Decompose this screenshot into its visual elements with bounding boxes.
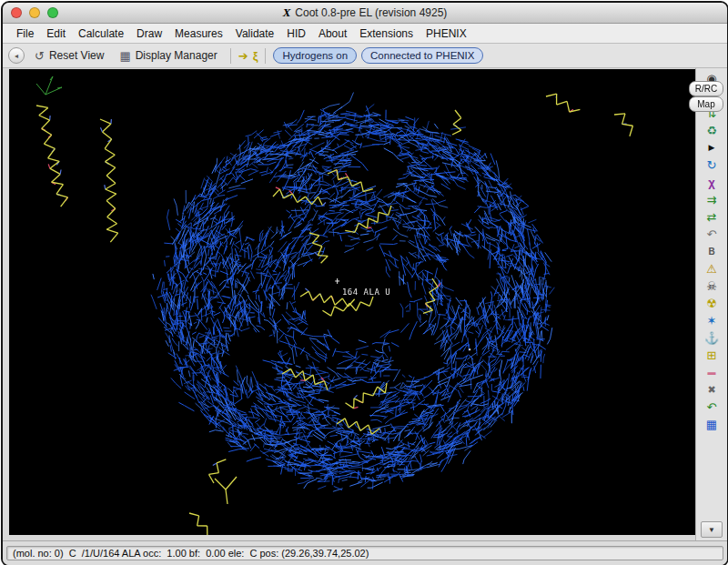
double-arrows-icon[interactable]: ⇉ [700, 191, 723, 208]
display-manager-button[interactable]: ▦ Display Manager [114, 47, 222, 64]
right-toolbar-bottom: ▼ [701, 520, 723, 540]
gl-viewport: 164 ALA U [3, 68, 695, 540]
menu-item[interactable]: Validate [229, 25, 280, 42]
hydrogens-toggle-button[interactable]: Hydrogens on [273, 47, 357, 64]
warning-icon[interactable]: ⚠ [700, 260, 723, 277]
swap-icon[interactable]: ⇄ [700, 208, 723, 226]
menu-item[interactable]: File [10, 25, 40, 42]
close-button[interactable] [11, 7, 22, 18]
menu-item[interactable]: Calculate [72, 25, 130, 42]
reset-view-icon: ↺ [35, 50, 45, 62]
play-icon[interactable]: ▶ [700, 139, 723, 156]
cross-atoms-icon[interactable]: ✶ [700, 312, 723, 329]
menu-item[interactable]: Edit [40, 25, 72, 42]
right-toolbar: ◉ ◷ ⇅ ♻ ▶ ↻ χ ⇉ ⇄ ↶ [695, 68, 727, 540]
gl-canvas[interactable] [9, 69, 695, 535]
menu-item[interactable]: Measures [168, 25, 229, 42]
map-button[interactable]: Map [689, 96, 723, 112]
menu-item[interactable]: HID [280, 25, 312, 42]
toolbar-separator [265, 48, 266, 64]
recycle-icon[interactable]: ♻ [700, 122, 723, 139]
goto-atom-icon[interactable]: ➔ [238, 50, 248, 62]
anchor-icon[interactable]: ⚓ [700, 329, 723, 347]
rotate-icon[interactable]: ↻ [700, 156, 723, 174]
window-title-text: Coot 0.8-pre EL (revision 4925) [295, 6, 447, 19]
radioactive-icon[interactable]: ☢ [700, 295, 723, 312]
menu-item[interactable]: PHENIX [420, 25, 473, 42]
reset-view-button[interactable]: ↺ Reset View [29, 47, 109, 64]
minimize-button[interactable] [29, 7, 40, 18]
chi-angle-icon[interactable]: χ [700, 174, 723, 191]
traffic-lights [11, 7, 58, 18]
coot-window: X Coot 0.8-pre EL (revision 4925) File E… [1, 1, 728, 565]
flip-back-icon[interactable]: ↶ [700, 226, 723, 243]
main-toolbar: ◂ ↺ Reset View ▦ Display Manager ➔ ξ Hyd… [3, 44, 727, 68]
right-toolbar-icons: ◉ ◷ ⇅ ♻ ▶ ↻ χ ⇉ ⇄ ↶ [700, 70, 723, 433]
atom-status-text: (mol. no: 0) C /1/U/164 ALA occ: 1.00 bf… [6, 546, 723, 560]
scroll-down-button[interactable]: ▼ [701, 521, 723, 538]
window-title: X Coot 0.8-pre EL (revision 4925) [3, 5, 727, 20]
menu-item[interactable]: Draw [130, 25, 168, 42]
display-manager-label: Display Manager [136, 49, 217, 62]
main-area: R/RC Map 164 ALA U ◉ ◷ ⇅ ♻ ▶ ↻ [3, 68, 727, 540]
menu-item[interactable]: Extensions [353, 25, 420, 42]
menu-item[interactable]: About [312, 25, 353, 42]
goto-ligand-icon[interactable]: ξ [253, 50, 258, 62]
toolbar-collapse-button[interactable]: ◂ [8, 47, 25, 64]
rrc-button[interactable]: R/RC [689, 81, 723, 96]
eraser-icon[interactable]: ▬ [700, 364, 723, 381]
biso-icon[interactable]: B [700, 243, 723, 260]
display-manager-icon: ▦ [119, 50, 130, 62]
statusbar: (mol. no: 0) C /1/U/164 ALA occ: 1.00 bf… [3, 540, 727, 565]
x11-icon: X [283, 5, 291, 20]
toolbar-separator [230, 48, 231, 64]
refmac-icon[interactable]: ▦ [700, 416, 723, 433]
zoom-button[interactable] [47, 7, 58, 18]
menubar: File Edit Calculate Draw Measures Valida… [3, 24, 727, 44]
delete-icon[interactable]: ✖ [700, 381, 723, 399]
undo-icon[interactable]: ↶ [700, 399, 723, 416]
add-box-icon[interactable]: ⊞ [700, 347, 723, 364]
skull-icon[interactable]: ☠ [700, 277, 723, 295]
titlebar[interactable]: X Coot 0.8-pre EL (revision 4925) [3, 3, 727, 24]
phenix-connection-button[interactable]: Connected to PHENIX [361, 47, 483, 64]
reset-view-label: Reset View [49, 49, 104, 62]
